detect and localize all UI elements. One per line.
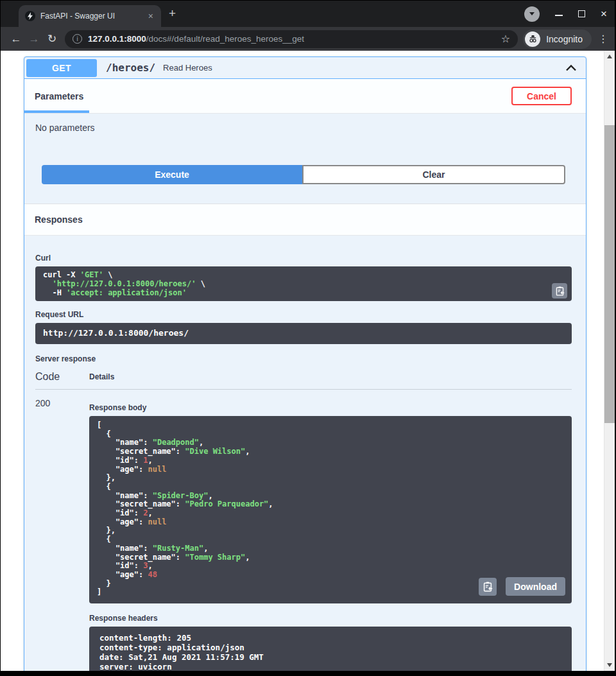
close-icon[interactable]: ×: [601, 8, 607, 19]
server-response-label: Server response: [35, 354, 572, 363]
http-method-badge: GET: [26, 59, 97, 77]
response-body-block: [ { "name": "Deadpond", "secret_name": "…: [89, 416, 572, 603]
curl-code-block: curl -X 'GET' \ 'http://127.0.0.1:8000/h…: [35, 266, 572, 301]
code-column-header: Code: [35, 371, 89, 383]
browser-menu-icon[interactable]: ⋮: [598, 33, 608, 45]
responses-header: Responses: [24, 204, 586, 236]
response-headers-label: Response headers: [89, 614, 572, 623]
execute-row: Execute Clear: [42, 165, 565, 184]
swagger-page: GET /heroes/ Read Heroes Parameters Canc…: [1, 51, 615, 671]
tab-title: FastAPI - Swagger UI: [40, 12, 142, 21]
active-tab-indicator: [24, 110, 89, 113]
copy-to-clipboard-icon[interactable]: [552, 283, 567, 299]
window-controls: ×: [524, 1, 607, 27]
new-tab-button[interactable]: +: [169, 6, 176, 21]
url-text: 127.0.0.1:8000/docs#/default/read_heroes…: [88, 34, 495, 44]
url-host: 127.0.0.1:8000: [88, 34, 146, 44]
parameters-title: Parameters: [35, 91, 511, 101]
response-details: Response body [ { "name": "Deadpond", "s…: [89, 398, 572, 671]
minimize-icon[interactable]: [555, 10, 563, 16]
opblock-summary[interactable]: GET /heroes/ Read Heroes: [24, 57, 586, 79]
site-info-icon[interactable]: [73, 34, 82, 44]
reload-icon[interactable]: ↻: [43, 32, 61, 46]
details-column-header: Details: [89, 372, 114, 383]
back-icon[interactable]: ←: [7, 33, 25, 46]
bookmark-star-icon[interactable]: ☆: [501, 33, 510, 45]
incognito-label: Incognito: [546, 34, 583, 44]
request-url-block: http://127.0.0.1:8000/heroes/: [35, 323, 572, 344]
request-url-label: Request URL: [35, 310, 572, 319]
url-path: /docs#/default/read_heroes_heroes__get: [146, 34, 304, 44]
no-parameters-text: No parameters: [35, 123, 586, 133]
responses-body: Curl curl -X 'GET' \ 'http://127.0.0.1:8…: [24, 236, 586, 671]
forward-icon[interactable]: →: [25, 33, 43, 46]
status-code: 200: [35, 398, 89, 671]
chevron-up-icon[interactable]: [565, 62, 577, 74]
scroll-down-arrow-icon[interactable]: [607, 663, 612, 667]
response-body-label: Response body: [89, 403, 572, 412]
curl-label: Curl: [35, 254, 572, 263]
download-button[interactable]: Download: [506, 577, 565, 596]
parameters-body: No parameters Execute Clear: [24, 114, 586, 184]
incognito-badge: Incognito: [523, 30, 592, 49]
responses-title: Responses: [35, 214, 83, 225]
fastapi-favicon-icon: [25, 11, 35, 21]
parameters-header: Parameters Cancel: [24, 79, 586, 114]
maximize-icon[interactable]: [578, 10, 585, 17]
tab-close-icon[interactable]: ×: [147, 11, 155, 21]
opblock-get-heroes: GET /heroes/ Read Heroes Parameters Canc…: [24, 56, 586, 671]
execute-button[interactable]: Execute: [42, 165, 302, 184]
response-body-actions: Download: [479, 577, 565, 596]
endpoint-summary: Read Heroes: [163, 63, 565, 73]
tab-search-icon[interactable]: [524, 6, 540, 22]
address-bar[interactable]: 127.0.0.1:8000/docs#/default/read_heroes…: [65, 30, 518, 48]
page-scrollbar[interactable]: [604, 51, 615, 671]
response-row-200: 200 Response body [ { "name": "Deadpond"…: [35, 390, 572, 671]
response-headers-block: content-length: 205 content-type: applic…: [89, 627, 572, 671]
browser-toolbar: ← → ↻ 127.0.0.1:8000/docs#/default/read_…: [1, 27, 615, 51]
incognito-icon: [525, 31, 540, 47]
browser-titlebar: FastAPI - Swagger UI × + ×: [1, 1, 615, 27]
clear-button[interactable]: Clear: [302, 165, 565, 184]
cancel-button[interactable]: Cancel: [511, 87, 572, 105]
browser-tab[interactable]: FastAPI - Swagger UI ×: [19, 5, 161, 27]
endpoint-path: /heroes/: [106, 62, 155, 74]
copy-to-clipboard-icon[interactable]: [479, 578, 497, 596]
response-table-header: Code Details: [35, 371, 572, 390]
scrollbar-thumb[interactable]: [604, 125, 615, 423]
browser-window: FastAPI - Swagger UI × + × ← → ↻ 127.0.0…: [1, 1, 615, 671]
scroll-up-arrow-icon[interactable]: [607, 55, 612, 58]
